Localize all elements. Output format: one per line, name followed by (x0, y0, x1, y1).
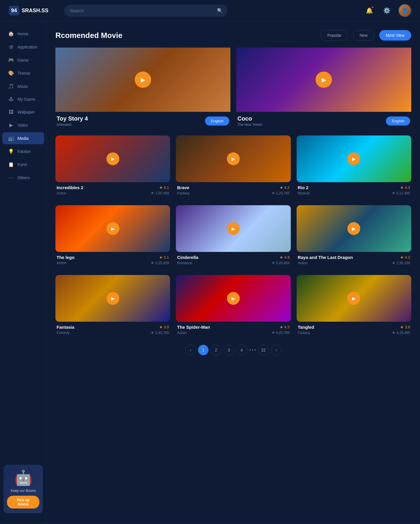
sidebar-label-game: Game (18, 58, 29, 62)
movie-genre-tangled: Fantasy (298, 331, 310, 335)
play-btn-raya[interactable]: ▶ (347, 222, 360, 235)
play-button-coco[interactable]: ▶ (316, 72, 332, 88)
movie-rating-lego: ★ 3.1 (159, 255, 169, 260)
application-icon: ⊞ (8, 44, 14, 50)
movie-grid-row1: ▶ Incredibles 2 ★ 4.1 Action 👁 1,50,468 … (55, 135, 411, 196)
movie-title-lego: The lego (57, 255, 75, 260)
play-btn-incredibles[interactable]: ▶ (106, 152, 119, 165)
movie-card-brave[interactable]: ▶ Brave ★ 4.2 Fantasy 👁 1,25,745 (176, 135, 290, 196)
sidebar-item-walpaper[interactable]: 🖼 Walpaper (2, 106, 44, 118)
sidebar-promo: 🤖 Keep our Bouns Pick up Bouns (4, 465, 43, 513)
movie-card-cinderella[interactable]: ▶ Cinderella ★ 4.9 Romance 👁 5,45,458 (176, 205, 290, 266)
play-btn-rio2[interactable]: ▶ (347, 152, 360, 165)
sidebar-item-home[interactable]: 🏠 Home (2, 28, 44, 40)
lang-btn-coco[interactable]: English (386, 116, 410, 126)
walpaper-icon: 🖼 (8, 109, 14, 115)
play-btn-tangled[interactable]: ▶ (347, 292, 360, 305)
video-icon: ▶ (8, 122, 14, 128)
media-icon: 📺 (8, 135, 14, 141)
promo-button[interactable]: Pick up Bouns (7, 496, 39, 509)
header-right: 🔔 ⚙️ 👤 (363, 4, 411, 17)
movie-rating-rio2: ★ 4.4 (400, 185, 410, 190)
filter-popular[interactable]: Popular (321, 30, 348, 41)
play-btn-brave[interactable]: ▶ (227, 152, 240, 165)
movie-title-rio2: Rio 2 (298, 185, 309, 190)
movie-card-lego[interactable]: ▶ The lego ★ 3.1 Action 👁 3,25,458 (55, 205, 170, 266)
page-next[interactable]: › (271, 345, 281, 355)
movie-rating-spiderman: ★ 4.3 (280, 325, 290, 329)
movie-card-raya[interactable]: ▶ Raya and The Last Dragon ★ 4.2 Action … (297, 205, 411, 266)
featured-row: ▶ Toy Story 4 Animated English ▶ Coco (55, 48, 411, 127)
notification-dot (371, 6, 374, 8)
sidebar-item-video[interactable]: ▶ Video (2, 119, 44, 131)
play-btn-fantasia[interactable]: ▶ (106, 292, 119, 305)
pagination: ‹ 1 2 3 4 • • • 22 › (55, 345, 411, 355)
lang-btn-toyStory[interactable]: English (205, 116, 229, 126)
avatar[interactable]: 👤 (398, 4, 411, 17)
search-bar[interactable]: 🔍 (64, 5, 228, 17)
movie-rating-incredibles: ★ 4.1 (159, 185, 169, 190)
music-icon: 🎵 (8, 83, 14, 89)
layout: 🏠 Home ⊞ Application 🎮 Game 🎨 Theme 🎵 Mu… (0, 21, 420, 524)
filter-most-view[interactable]: Most View (379, 30, 411, 41)
page-last[interactable]: 22 (258, 345, 269, 355)
sidebar-label-application: Application (18, 45, 38, 49)
logo-icon: 94 (9, 6, 19, 15)
movie-title-raya: Raya and The Last Dragon (298, 255, 353, 260)
notification-button[interactable]: 🔔 (363, 5, 375, 16)
sidebar: 🏠 Home ⊞ Application 🎮 Game 🎨 Theme 🎵 Mu… (0, 21, 47, 524)
movie-views-raya: 👁 2,50,168 (392, 261, 410, 265)
others-icon: ⋯ (8, 175, 14, 180)
movie-genre-spiderman: Action (177, 331, 187, 335)
movie-rating-cinderella: ★ 4.9 (280, 255, 290, 260)
filter-new[interactable]: New (353, 30, 374, 41)
play-button-toyStory[interactable]: ▶ (135, 72, 151, 88)
sidebar-label-mygame: My Game (18, 97, 35, 102)
sidebar-item-faction[interactable]: 💡 Faction (2, 145, 44, 157)
main-content: Rcomended Movie Popular New Most View ▶ … (47, 21, 420, 524)
search-input[interactable] (64, 5, 228, 17)
movie-views-brave: 👁 1,25,745 (272, 191, 290, 195)
page-dots: • • • (249, 348, 256, 352)
movie-card-incredibles[interactable]: ▶ Incredibles 2 ★ 4.1 Action 👁 1,50,468 (55, 135, 170, 196)
sidebar-item-others[interactable]: ⋯ Others (2, 172, 44, 184)
sidebar-label-video: Video (18, 123, 28, 128)
movie-rating-raya: ★ 4.2 (400, 255, 410, 260)
sidebar-label-theme: Theme (18, 71, 30, 76)
featured-sub-toyStory: Animated (57, 123, 88, 127)
robot-image: 🤖 (7, 469, 39, 486)
sidebar-item-music[interactable]: 🎵 Music (2, 80, 44, 92)
sidebar-label-home: Home (18, 32, 28, 36)
search-icon: 🔍 (217, 8, 223, 13)
play-btn-spiderman[interactable]: ▶ (227, 292, 240, 305)
play-btn-cinderella[interactable]: ▶ (227, 222, 240, 235)
movie-card-fantasia[interactable]: ▶ Fantasia ★ 3.9 Comedy 👁 2,45,785 (55, 275, 170, 336)
sidebar-label-music: Music (18, 84, 28, 89)
page-prev[interactable]: ‹ (185, 345, 196, 355)
sidebar-item-media[interactable]: 📺 Media (2, 132, 44, 144)
movie-rating-tangled: ★ 3.8 (400, 325, 410, 329)
movie-card-spiderman[interactable]: ▶ The Spider-Man ★ 4.3 Action 👁 4,25,789 (176, 275, 290, 336)
play-btn-lego[interactable]: ▶ (106, 222, 119, 235)
featured-card-coco[interactable]: ▶ Coco The New Yorker English (236, 48, 411, 127)
sidebar-item-game[interactable]: 🎮 Game (2, 54, 44, 66)
movie-card-tangled[interactable]: ▶ Tangled ★ 3.8 Fantasy 👁 4,25,485 (297, 275, 411, 336)
movie-title-incredibles: Incredibles 2 (57, 185, 83, 190)
featured-card-toyStory[interactable]: ▶ Toy Story 4 Animated English (55, 48, 230, 127)
movie-views-spiderman: 👁 4,25,789 (272, 331, 290, 335)
page-4[interactable]: 4 (237, 345, 247, 355)
page-1[interactable]: 1 (198, 345, 209, 355)
sidebar-item-mygame[interactable]: 🕹 My Game (2, 93, 44, 105)
featured-title-toyStory: Toy Story 4 (57, 115, 88, 122)
page-2[interactable]: 2 (211, 345, 221, 355)
game-icon: 🎮 (8, 57, 14, 63)
movie-title-tangled: Tangled (298, 325, 314, 330)
promo-text: Keep our Bouns (7, 489, 39, 493)
sidebar-item-application[interactable]: ⊞ Application (2, 41, 44, 53)
sidebar-item-form[interactable]: 📋 Form (2, 159, 44, 170)
sidebar-item-theme[interactable]: 🎨 Theme (2, 67, 44, 79)
settings-button[interactable]: ⚙️ (381, 5, 393, 16)
movie-card-rio2[interactable]: ▶ Rio 2 ★ 4.4 Musical 👁 5,12,485 (297, 135, 411, 196)
section-title: Rcomended Movie (55, 31, 123, 40)
page-3[interactable]: 3 (224, 345, 234, 355)
